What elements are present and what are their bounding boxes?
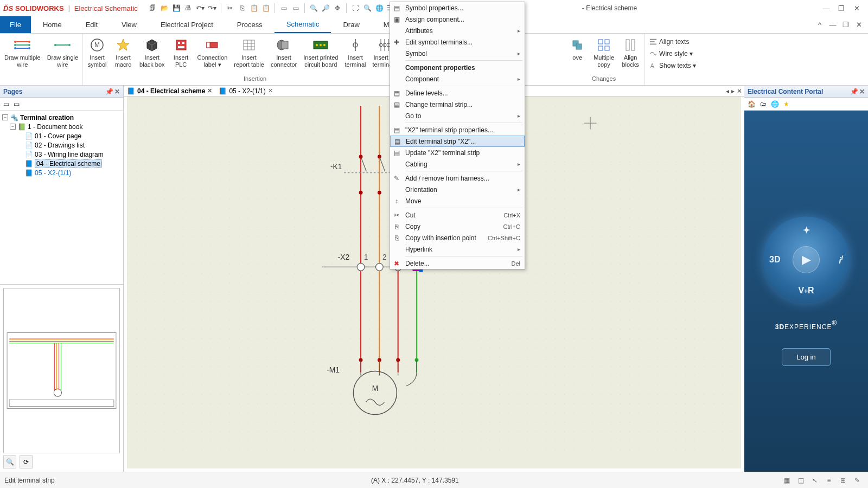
menu-item[interactable]: Component properties xyxy=(390,62,525,73)
qat-redo-icon[interactable]: ↷▾ xyxy=(207,3,218,14)
pages-tree[interactable]: −🔩Terminal creation −📗1 - Document book … xyxy=(0,111,123,284)
menu-item[interactable]: ⎘CopyCtrl+C xyxy=(390,221,525,232)
tab-draw[interactable]: Draw xyxy=(331,16,371,33)
tab-prev-icon[interactable]: ◂ xyxy=(726,87,729,95)
sb-grid-icon[interactable]: ▦ xyxy=(780,474,793,486)
compass-widget[interactable]: ▶ ✦ 3D ii V+R xyxy=(763,216,850,303)
login-button[interactable]: Log in xyxy=(782,348,830,366)
sb-snap-icon[interactable]: ◫ xyxy=(794,474,807,486)
tab-view[interactable]: View xyxy=(110,16,149,33)
maximize-button[interactable]: ❐ xyxy=(838,4,845,12)
tree-page-01[interactable]: 01 - Cover page xyxy=(35,132,81,140)
tab-home[interactable]: Home xyxy=(31,16,74,33)
insert-plc-button[interactable]: Insert PLC xyxy=(169,36,193,69)
insert-macro-button[interactable]: Insert macro xyxy=(111,36,135,69)
preview-thumbnail[interactable] xyxy=(3,288,120,453)
menu-item[interactable]: ⎘Copy with insertion pointCtrl+Shift+C xyxy=(390,232,525,243)
panel-close-icon[interactable]: ✕ xyxy=(114,88,120,95)
doc-tab-05[interactable]: 📘05 - X2-(1/1)✕ xyxy=(215,86,276,96)
qat-copy-icon[interactable]: ⎘ xyxy=(237,3,247,14)
multi-view-icon[interactable]: ▭ xyxy=(14,100,20,108)
qat-ungroup-icon[interactable]: ▭ xyxy=(290,3,301,14)
sb-pointer-icon[interactable]: ↖ xyxy=(808,474,821,486)
qat-measure-icon[interactable]: 🔎 xyxy=(320,3,331,14)
tab-process[interactable]: Process xyxy=(225,16,275,33)
pin-icon[interactable]: 📌 xyxy=(850,88,858,95)
menu-item[interactable]: ▤Change terminal strip... xyxy=(390,99,525,110)
mdi-opts-icon[interactable]: ^ xyxy=(816,21,824,29)
expand-icon[interactable]: − xyxy=(2,114,8,120)
panel-close-icon[interactable]: ✕ xyxy=(859,88,865,95)
sb-ortho-icon[interactable]: ⊞ xyxy=(837,474,850,486)
file-tab[interactable]: File xyxy=(0,16,31,33)
qat-cut-icon[interactable]: ✂ xyxy=(225,3,235,14)
tree-book[interactable]: 1 - Document book xyxy=(28,123,82,131)
menu-item[interactable]: Orientation▸ xyxy=(390,184,525,195)
menu-item[interactable]: ▤"X2" terminal strip properties... xyxy=(390,124,525,136)
tab-next-icon[interactable]: ▸ xyxy=(731,87,735,95)
menu-item[interactable]: ✎Add / remove from harness... xyxy=(390,172,525,184)
tab-schematic[interactable]: Schematic xyxy=(275,16,331,33)
menu-item[interactable]: ▤Edit terminal strip "X2"... xyxy=(390,136,525,147)
qat-zoomfit-icon[interactable]: ⛶ xyxy=(350,3,361,14)
qat-new-icon[interactable]: 🗐 xyxy=(147,3,158,14)
tree-root[interactable]: Terminal creation xyxy=(20,114,74,121)
qat-paste2-icon[interactable]: 📋 xyxy=(260,3,271,14)
menu-item[interactable]: ▤Symbol properties... xyxy=(390,2,525,14)
menu-item[interactable]: ✂CutCtrl+X xyxy=(390,209,525,221)
multiple-copy-button[interactable]: Multiple copy xyxy=(591,36,616,69)
menu-item[interactable]: Component▸ xyxy=(390,73,525,85)
insert-pcb-button[interactable]: Insert printed circuit board xyxy=(301,36,340,69)
menu-item[interactable]: ✖Delete...Del xyxy=(390,258,525,269)
ribbon-ove-button[interactable]: ove xyxy=(565,36,589,62)
qat-print-icon[interactable]: 🖶 xyxy=(183,3,194,14)
single-view-icon[interactable]: ▭ xyxy=(3,100,9,108)
wire-style-button[interactable]: Wire style ▾ xyxy=(647,48,695,60)
minimize-button[interactable]: — xyxy=(822,4,830,12)
mdi-close-button[interactable]: ✕ xyxy=(855,21,863,29)
menu-item[interactable]: ▤Update "X2" terminal strip xyxy=(390,147,525,158)
sb-pencil-icon[interactable]: ✎ xyxy=(851,474,864,486)
qat-undo-icon[interactable]: ↶▾ xyxy=(195,3,206,14)
sb-lines-icon[interactable]: ≡ xyxy=(822,474,835,486)
menu-item[interactable]: Symbol▸ xyxy=(390,48,525,59)
menu-item[interactable]: ↕Move xyxy=(390,195,525,207)
home-icon[interactable]: 🏠 xyxy=(748,100,756,108)
context-menu[interactable]: ▤Symbol properties...▣Assign component..… xyxy=(390,2,525,269)
insert-symbol-button[interactable]: MInsert symbol xyxy=(85,36,109,69)
play-icon[interactable]: ▶ xyxy=(793,246,820,273)
mdi-min-button[interactable]: — xyxy=(829,21,837,29)
tree-page-05[interactable]: 05 - X2-(1/1) xyxy=(35,169,71,177)
close-button[interactable]: ✕ xyxy=(853,4,860,12)
qat-globe-icon[interactable]: 🌐 xyxy=(374,3,385,14)
menu-item[interactable]: Hyperlink▸ xyxy=(390,243,525,255)
pages-panel-header[interactable]: Pages 📌✕ xyxy=(0,86,123,98)
star-icon[interactable]: ★ xyxy=(783,100,789,108)
ecp-header[interactable]: Electrical Content Portal📌✕ xyxy=(744,86,868,98)
menu-item[interactable]: ▤Define levels... xyxy=(390,87,525,99)
menu-item[interactable]: ▣Assign component... xyxy=(390,14,525,25)
qat-paste-icon[interactable]: 📋 xyxy=(248,3,259,14)
draw-single-wire-button[interactable]: Draw single wire xyxy=(45,36,80,69)
align-texts-button[interactable]: Align texts xyxy=(647,36,691,48)
insert-report-table-button[interactable]: Insert report table xyxy=(232,36,266,69)
expand-icon[interactable]: − xyxy=(10,124,16,130)
insert-connector-button[interactable]: Insert connector xyxy=(269,36,299,69)
draw-multiple-wire-button[interactable]: Draw multiple wire xyxy=(2,36,43,69)
qat-group-icon[interactable]: ▭ xyxy=(278,3,289,14)
folder-icon[interactable]: 🗂 xyxy=(760,100,767,108)
qat-pan-icon[interactable]: ✥ xyxy=(332,3,343,14)
pin-icon[interactable]: 📌 xyxy=(105,88,113,95)
tab-electrical-project[interactable]: Electrical Project xyxy=(149,16,225,33)
mdi-max-button[interactable]: ❐ xyxy=(842,21,850,29)
tab-close-icon[interactable]: ✕ xyxy=(207,87,212,94)
insert-terminal-button[interactable]: Insert terminal xyxy=(342,36,368,69)
tab-close-icon[interactable]: ✕ xyxy=(268,87,273,94)
tab-close-all-icon[interactable]: ✕ xyxy=(737,87,742,95)
tab-edit[interactable]: Edit xyxy=(74,16,110,33)
insert-black-box-button[interactable]: Insert black box xyxy=(137,36,167,69)
menu-item[interactable]: Attributes▸ xyxy=(390,25,525,36)
qat-find-icon[interactable]: 🔍 xyxy=(308,3,319,14)
connection-label-button[interactable]: Connection label ▾ xyxy=(195,36,230,69)
globe-icon[interactable]: 🌐 xyxy=(771,100,779,108)
